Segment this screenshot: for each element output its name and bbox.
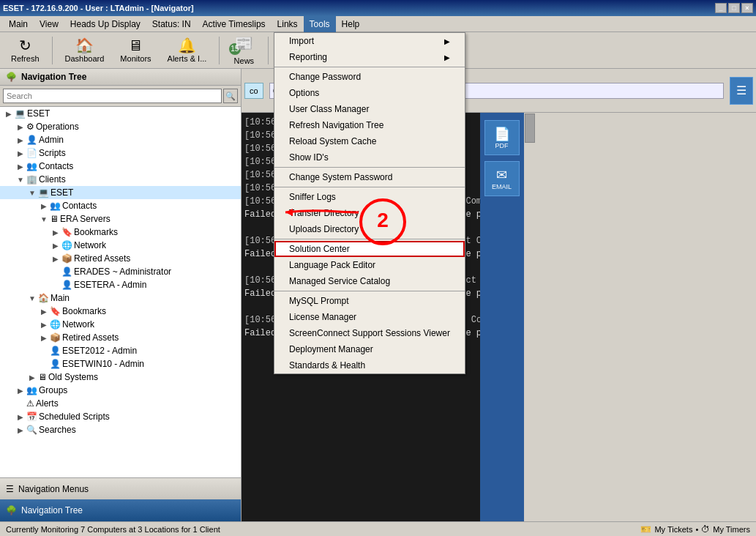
monitors-button[interactable]: 🖥 Monitors bbox=[113, 35, 157, 66]
tree-item-clients[interactable]: ▼ 🏢 Clients bbox=[0, 173, 241, 186]
titlebar: ESET - 172.16.9.200 - User : LTAdmin - [… bbox=[0, 0, 756, 16]
tree-item-network[interactable]: ▶ 🌐 Network bbox=[0, 239, 241, 252]
menu-item-transfer-dir[interactable]: Transfer Directory bbox=[274, 205, 465, 221]
menu-item-reporting[interactable]: Reporting ▶ bbox=[274, 49, 465, 65]
nav-tree-title: Navigation Tree bbox=[21, 72, 86, 82]
expand-icon: ▼ bbox=[38, 213, 50, 225]
expand-icon: ▶ bbox=[38, 319, 50, 330]
tree-item-old-systems[interactable]: ▶ 🖥 Old Systems bbox=[0, 371, 241, 384]
menu-item-uploads-dir[interactable]: Uploads Directory bbox=[274, 221, 465, 237]
pdf-icon-button[interactable]: 📄 PDF bbox=[484, 120, 520, 155]
menu-item-license-manager-menu[interactable]: License Manager bbox=[274, 309, 465, 325]
menu-separator bbox=[274, 67, 465, 67]
tree-item-contacts-sub[interactable]: ▶ 👥 Contacts bbox=[0, 199, 241, 212]
minimize-button[interactable]: _ bbox=[715, 3, 727, 13]
timer-icon: ⏱ bbox=[701, 524, 710, 535]
expand-icon: ▶ bbox=[50, 253, 61, 264]
alerts-button[interactable]: 🔔 Alerts & I... bbox=[161, 35, 214, 66]
tree-item-admin[interactable]: ▶ 👤 Admin bbox=[0, 133, 241, 146]
refresh-button[interactable]: ↻ Refresh bbox=[4, 35, 46, 66]
tree-item-retired-assets[interactable]: ▶ 📦 Retired Assets bbox=[0, 252, 241, 265]
menu-item-change-password[interactable]: Change Password bbox=[274, 69, 465, 85]
news-button[interactable]: 📰 15 News bbox=[225, 35, 262, 66]
tree-item-bookmarks-main[interactable]: ▶ 🔖 Bookmarks bbox=[0, 305, 241, 318]
menu-status[interactable]: Status: IN bbox=[146, 16, 197, 32]
menu-item-import[interactable]: Import ▶ bbox=[274, 33, 465, 49]
import-label: Import bbox=[289, 36, 314, 46]
expand-icon: ▶ bbox=[15, 160, 26, 172]
scrollbar-thumb[interactable] bbox=[525, 113, 535, 143]
tree-item-esetwin10[interactable]: 👤 ESETWIN10 - Admin bbox=[0, 357, 241, 371]
tree-item-groups[interactable]: ▶ 👥 Groups bbox=[0, 384, 241, 397]
refresh-icon: ↻ bbox=[19, 38, 31, 53]
restore-button[interactable]: □ bbox=[728, 3, 740, 13]
menu-item-deployment-mgr[interactable]: Deployment Manager bbox=[274, 341, 465, 357]
expand-icon: ▶ bbox=[15, 147, 26, 159]
my-tickets-label[interactable]: My Tickets bbox=[654, 525, 692, 534]
menubar: Main View Heads Up Display Status: IN Ac… bbox=[0, 16, 756, 32]
my-timers-label[interactable]: My Timers bbox=[713, 525, 750, 534]
statusbar: Currently Monitoring 7 Computers at 3 Lo… bbox=[0, 521, 756, 536]
alerts-label: Alerts & I... bbox=[168, 54, 207, 63]
menu-toggle-button[interactable]: ☰ bbox=[730, 77, 753, 105]
tab-co[interactable]: co bbox=[244, 83, 263, 99]
change-sys-password-label: Change System Password bbox=[289, 172, 392, 182]
menu-help[interactable]: Help bbox=[336, 16, 366, 32]
menu-item-reload-cache[interactable]: Reload System Cache bbox=[274, 133, 465, 149]
tree-item-retired-main[interactable]: ▶ 📦 Retired Assets bbox=[0, 331, 241, 344]
menu-timeslips[interactable]: Active Timeslips bbox=[197, 16, 272, 32]
menu-view[interactable]: View bbox=[34, 16, 64, 32]
expand-icon: ▼ bbox=[26, 187, 38, 198]
expand-icon: ▶ bbox=[15, 121, 26, 133]
deployment-mgr-label: Deployment Manager bbox=[289, 344, 373, 354]
tree-item-eset-sub[interactable]: ▼ 💻 ESET bbox=[0, 186, 241, 199]
search-input[interactable] bbox=[3, 89, 222, 103]
expand-icon: ▶ bbox=[38, 332, 50, 343]
tree-item-esetera[interactable]: 👤 ESETERA - Admin bbox=[0, 278, 241, 291]
tree-item-era-servers[interactable]: ▼ 🖥 ERA Servers bbox=[0, 212, 241, 226]
tree-item-scheduled-scripts[interactable]: ▶ 📅 Scheduled Scripts bbox=[0, 410, 241, 423]
ticket-icon: 🎫 bbox=[640, 524, 651, 535]
tree-item-erades[interactable]: 👤 ERADES ~ Administrator bbox=[0, 265, 241, 278]
menu-tools[interactable]: Tools bbox=[304, 16, 336, 32]
search-button[interactable]: 🔍 bbox=[223, 89, 238, 103]
expand-icon bbox=[38, 358, 50, 370]
menu-item-screenconnect[interactable]: ScreenConnect Support Sessions Viewer bbox=[274, 325, 465, 341]
menu-item-sniffer-logs[interactable]: Sniffer Logs bbox=[274, 189, 465, 205]
menu-item-user-class-manager[interactable]: User Class Manager bbox=[274, 101, 465, 117]
menu-item-mysql-prompt[interactable]: MySQL Prompt bbox=[274, 293, 465, 309]
tree-item-main-sub[interactable]: ▼ 🏠 Main bbox=[0, 291, 241, 305]
tree-item-network-main[interactable]: ▶ 🌐 Network bbox=[0, 318, 241, 331]
dashboard-button[interactable]: 🏠 Dashboard bbox=[59, 35, 111, 66]
tree-item-operations[interactable]: ▶ ⚙ Operations bbox=[0, 120, 241, 133]
license-manager-menu-label: License Manager bbox=[289, 312, 356, 322]
menu-item-solution-center[interactable]: Solution Center bbox=[274, 241, 465, 257]
menu-item-refresh-nav-tree[interactable]: Refresh Navigation Tree bbox=[274, 117, 465, 133]
menu-hud[interactable]: Heads Up Display bbox=[64, 16, 146, 32]
submenu-arrow: ▶ bbox=[444, 53, 450, 62]
menu-item-managed-service[interactable]: Managed Service Catalog bbox=[274, 273, 465, 289]
menu-links[interactable]: Links bbox=[272, 16, 304, 32]
expand-icon: ▶ bbox=[38, 305, 50, 317]
dashboard-label: Dashboard bbox=[65, 54, 105, 63]
statusbar-right: 🎫 My Tickets • ⏱ My Timers bbox=[640, 524, 750, 535]
menu-item-options[interactable]: Options bbox=[274, 85, 465, 101]
options-label: Options bbox=[289, 88, 319, 98]
tree-item-scripts[interactable]: ▶ 📄 Scripts bbox=[0, 146, 241, 160]
email-icon-button[interactable]: ✉ EMAIL bbox=[484, 161, 520, 196]
nav-tree-bottom-panel[interactable]: 🌳 Navigation Tree bbox=[0, 499, 241, 521]
tree-item-contacts[interactable]: ▶ 👥 Contacts bbox=[0, 160, 241, 173]
tree-item-searches[interactable]: ▶ 🔍 Searches bbox=[0, 423, 241, 436]
menu-item-show-ids[interactable]: Show ID's bbox=[274, 149, 465, 165]
tree-item-bookmarks[interactable]: ▶ 🔖 Bookmarks bbox=[0, 226, 241, 239]
tree-item-eset-root[interactable]: ▶ 💻 ESET bbox=[0, 107, 241, 120]
tree-item-eset2012[interactable]: 👤 ESET2012 - Admin bbox=[0, 344, 241, 357]
close-button[interactable]: × bbox=[741, 3, 753, 13]
menu-item-change-sys-password[interactable]: Change System Password bbox=[274, 169, 465, 185]
menu-item-standards-health[interactable]: Standards & Health bbox=[274, 357, 465, 373]
menu-item-language-pack[interactable]: Language Pack Editor bbox=[274, 257, 465, 273]
console-scrollbar[interactable] bbox=[524, 113, 757, 521]
tree-item-alerts-nav[interactable]: ⚠ Alerts bbox=[0, 397, 241, 410]
menu-main[interactable]: Main bbox=[3, 16, 34, 32]
nav-menus-panel[interactable]: ☰ Navigation Menus bbox=[0, 477, 241, 499]
